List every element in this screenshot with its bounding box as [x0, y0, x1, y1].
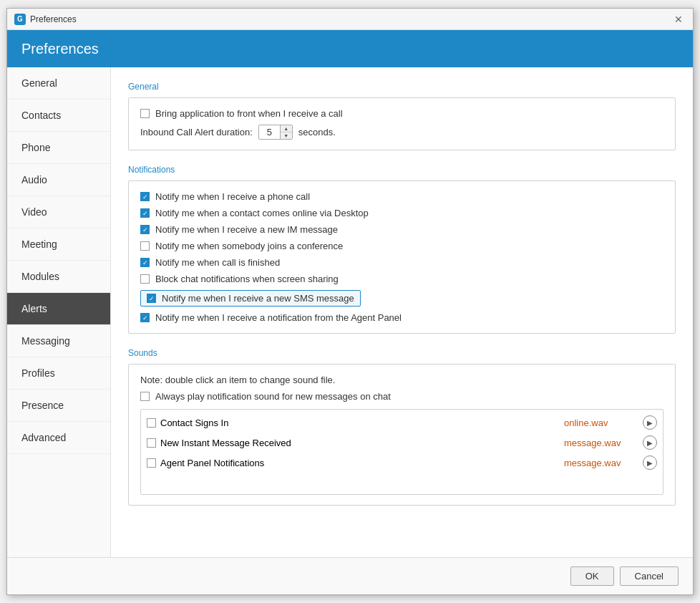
- always-play-label: Always play notification sound for new m…: [155, 391, 391, 402]
- notification-checkbox-7[interactable]: [140, 313, 150, 322]
- notification-highlighted-row: Notify me when I receive a new SMS messa…: [140, 290, 361, 307]
- notification-row-6: Notify me when I receive a new SMS messa…: [140, 290, 663, 307]
- notification-row-5: Block chat notifications when screen sha…: [140, 274, 663, 284]
- bring-to-front-checkbox[interactable]: [140, 109, 150, 118]
- notification-checkbox-3[interactable]: [140, 241, 150, 251]
- notification-checkbox-6[interactable]: [147, 294, 156, 303]
- notification-checkbox-1[interactable]: [140, 208, 150, 218]
- sound-name-1: New Instant Message Received: [160, 438, 564, 448]
- duration-suffix: seconds.: [298, 127, 336, 138]
- duration-prefix: Inbound Call Alert duration:: [140, 127, 253, 138]
- always-play-row: Always play notification sound for new m…: [140, 391, 663, 402]
- notifications-section-label: Notifications: [128, 165, 676, 175]
- sound-item-0: Contact Signs In online.wav ▶: [147, 413, 657, 433]
- footer: OK Cancel: [7, 557, 693, 594]
- sidebar-item-modules[interactable]: Modules: [7, 261, 110, 293]
- sound-checkbox-2[interactable]: [147, 458, 156, 468]
- app-icon: G: [14, 14, 26, 25]
- notification-checkbox-0[interactable]: [140, 192, 150, 201]
- notification-row-1: Notify me when a contact comes online vi…: [140, 208, 663, 218]
- notification-row-7: Notify me when I receive a notification …: [140, 312, 663, 323]
- spinner-down-button[interactable]: ▼: [281, 132, 292, 139]
- general-box: Bring application to front when I receiv…: [128, 97, 676, 150]
- spinner-arrows: ▲ ▼: [281, 125, 292, 139]
- sound-file-0: online.wav: [564, 418, 643, 428]
- notification-label-6: Notify me when I receive a new SMS messa…: [162, 293, 354, 304]
- title-bar: G Preferences ✕: [7, 9, 693, 30]
- play-button-1[interactable]: ▶: [643, 435, 657, 450]
- notification-label-5: Block chat notifications when screen sha…: [155, 274, 339, 284]
- notification-checkbox-4[interactable]: [140, 258, 150, 267]
- sidebar-item-profiles[interactable]: Profiles: [7, 357, 110, 390]
- content-area: General Contacts Phone Audio Video Meeti…: [7, 67, 693, 557]
- bring-to-front-label: Bring application to front when I receiv…: [155, 108, 343, 119]
- page-title: Preferences: [21, 41, 99, 57]
- sound-checkbox-0[interactable]: [147, 418, 156, 428]
- notification-label-0: Notify me when I receive a phone call: [155, 191, 310, 202]
- play-button-2[interactable]: ▶: [643, 455, 657, 470]
- sound-item-1: New Instant Message Received message.wav…: [147, 433, 657, 453]
- sound-name-2: Agent Panel Notifications: [160, 458, 564, 468]
- ok-button[interactable]: OK: [570, 566, 614, 586]
- sidebar-item-audio[interactable]: Audio: [7, 164, 110, 196]
- duration-value: 5: [259, 125, 281, 139]
- sidebar-item-presence[interactable]: Presence: [7, 390, 110, 422]
- header-bar: Preferences: [7, 30, 693, 67]
- cancel-button[interactable]: Cancel: [620, 566, 679, 586]
- main-content: General Bring application to front when …: [111, 67, 693, 557]
- notification-label-1: Notify me when a contact comes online vi…: [155, 208, 369, 218]
- sound-file-1: message.wav: [564, 438, 643, 448]
- notification-label-3: Notify me when somebody joins a conferen…: [155, 241, 343, 251]
- notification-checkbox-5[interactable]: [140, 274, 150, 284]
- notification-label-7: Notify me when I receive a notification …: [155, 312, 402, 323]
- sidebar-item-general[interactable]: General: [7, 67, 110, 100]
- sound-item-2: Agent Panel Notifications message.wav ▶: [147, 453, 657, 473]
- notification-row-4: Notify me when call is finished: [140, 257, 663, 268]
- close-button[interactable]: ✕: [671, 12, 686, 26]
- sidebar-item-alerts[interactable]: Alerts: [7, 293, 110, 325]
- notification-row-3: Notify me when somebody joins a conferen…: [140, 241, 663, 251]
- notification-row-2: Notify me when I receive a new IM messag…: [140, 224, 663, 235]
- window-title: Preferences: [30, 14, 77, 24]
- sidebar-item-messaging[interactable]: Messaging: [7, 325, 110, 357]
- sidebar: General Contacts Phone Audio Video Meeti…: [7, 67, 111, 557]
- general-section-label: General: [128, 82, 676, 92]
- notification-checkbox-2[interactable]: [140, 225, 150, 234]
- sounds-note: Note: double click an item to change sou…: [140, 375, 663, 385]
- sounds-section-label: Sounds: [128, 348, 676, 358]
- sidebar-item-phone[interactable]: Phone: [7, 132, 110, 164]
- sidebar-item-contacts[interactable]: Contacts: [7, 100, 110, 132]
- sound-checkbox-1[interactable]: [147, 438, 156, 448]
- sound-name-0: Contact Signs In: [160, 418, 564, 428]
- bring-to-front-row: Bring application to front when I receiv…: [140, 108, 663, 119]
- title-bar-left: G Preferences: [14, 14, 77, 25]
- sidebar-item-video[interactable]: Video: [7, 196, 110, 228]
- duration-spinner[interactable]: 5 ▲ ▼: [258, 125, 293, 140]
- play-button-0[interactable]: ▶: [643, 415, 657, 430]
- notification-label-4: Notify me when call is finished: [155, 257, 280, 268]
- preferences-window: G Preferences ✕ Preferences General Cont…: [6, 8, 694, 595]
- sounds-box: Note: double click an item to change sou…: [128, 364, 676, 506]
- sidebar-item-meeting[interactable]: Meeting: [7, 228, 110, 261]
- notification-row-0: Notify me when I receive a phone call: [140, 191, 663, 202]
- duration-row: Inbound Call Alert duration: 5 ▲ ▼ secon…: [140, 125, 663, 140]
- always-play-checkbox[interactable]: [140, 392, 150, 401]
- spinner-up-button[interactable]: ▲: [281, 125, 292, 132]
- notifications-box: Notify me when I receive a phone call No…: [128, 180, 676, 334]
- sound-file-2: message.wav: [564, 458, 643, 468]
- notification-label-2: Notify me when I receive a new IM messag…: [155, 224, 338, 235]
- sounds-list: Contact Signs In online.wav ▶ New Instan…: [140, 409, 663, 495]
- sidebar-item-advanced[interactable]: Advanced: [7, 422, 110, 454]
